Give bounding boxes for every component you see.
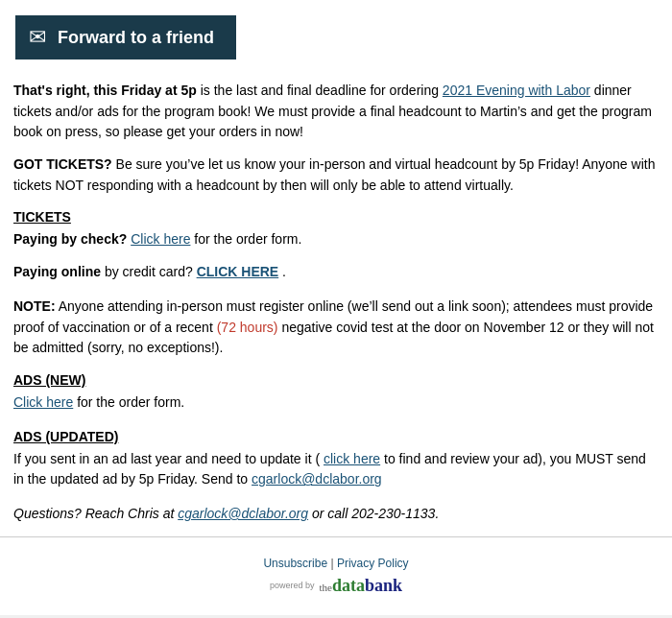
ads-updated-link[interactable]: click here <box>324 451 380 466</box>
tickets-online-rest: by credit card? <box>105 264 193 279</box>
ads-updated-title: ADS (UPDATED) <box>13 427 659 447</box>
intro-paragraph: That's right, this Friday at 5p is the l… <box>13 81 659 143</box>
tickets-check-line: Paying by check? Click here for the orde… <box>13 229 659 250</box>
questions-paragraph: Questions? Reach Chris at cgarlock@dclab… <box>13 504 659 525</box>
note-red: (72 hours) <box>217 320 278 335</box>
unsubscribe-link[interactable]: Unsubscribe <box>263 557 327 570</box>
ads-updated-email[interactable]: cgarlock@dclabor.org <box>252 471 382 487</box>
tickets-check-link[interactable]: Click here <box>131 231 190 247</box>
logo-the: the <box>320 582 332 593</box>
ads-new-link[interactable]: Click here <box>13 394 73 410</box>
logo-bank: bank <box>365 576 402 595</box>
databank-name: thedatabank <box>320 576 403 596</box>
powered-by-text: powered by <box>270 582 315 590</box>
envelope-icon: ✉ <box>29 25 46 50</box>
ads-new-rest: for the order form. <box>77 394 184 410</box>
tickets-online-link[interactable]: CLICK HERE <box>197 264 279 279</box>
questions-email[interactable]: cgarlock@dclabor.org <box>178 506 308 521</box>
email-content: That's right, this Friday at 5p is the l… <box>0 71 672 525</box>
intro-bold: That's right, this Friday at 5p <box>13 83 197 98</box>
ads-new-section: ADS (NEW) Click here for the order form. <box>13 370 659 414</box>
tickets-check-bold: Paying by check? <box>13 231 127 247</box>
email-container: ✉ Forward to a friend That's right, this… <box>0 0 672 615</box>
footer-divider <box>0 536 672 537</box>
ads-new-line: Click here for the order form. <box>13 392 659 414</box>
ads-updated-section: ADS (UPDATED) If you sent in an ad last … <box>13 427 659 490</box>
questions-pre: Questions? Reach Chris at <box>13 506 178 521</box>
forward-button-label: Forward to a friend <box>58 28 214 48</box>
ads-new-title: ADS (NEW) <box>13 370 659 391</box>
tickets-online-end: . <box>282 264 286 279</box>
tickets-section: TICKETS Paying by check? Click here for … <box>13 207 659 282</box>
tickets-check-rest: for the order form. <box>194 231 301 247</box>
ads-updated-line: If you sent in an ad last year and need … <box>13 449 659 490</box>
ads-updated-pre: If you sent in an ad last year and need … <box>13 451 320 466</box>
forward-button[interactable]: ✉ Forward to a friend <box>15 15 236 59</box>
got-tickets-paragraph: GOT TICKETS? Be sure you’ve let us know … <box>13 154 659 196</box>
tickets-title: TICKETS <box>13 207 659 227</box>
intro-rest: is the last and final deadline for order… <box>197 83 443 98</box>
logo-data: data <box>332 576 365 595</box>
evening-with-labor-link[interactable]: 2021 Evening with Labor <box>443 83 590 98</box>
footer-text: Unsubscribe | Privacy Policy <box>263 557 408 570</box>
questions-rest: or call 202-230-1133. <box>312 506 439 521</box>
tickets-online-bold: Paying online <box>13 264 101 279</box>
note-paragraph: NOTE: Anyone attending in-person must re… <box>13 297 659 359</box>
note-bold: NOTE: <box>13 298 56 314</box>
databank-logo: powered by thedatabank <box>0 576 672 596</box>
got-tickets-bold: GOT TICKETS? <box>13 156 112 172</box>
footer: Unsubscribe | Privacy Policy powered by … <box>0 557 672 596</box>
privacy-policy-link[interactable]: Privacy Policy <box>337 557 409 570</box>
tickets-online-line: Paying online by credit card? CLICK HERE… <box>13 262 659 283</box>
